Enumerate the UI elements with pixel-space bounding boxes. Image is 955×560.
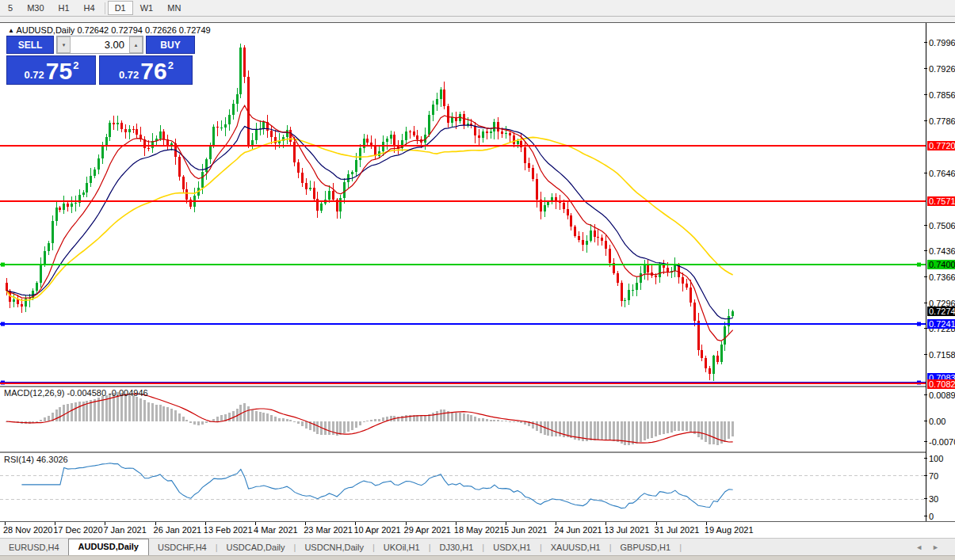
price-tick-label: 0.75060 [929, 221, 955, 230]
sell-price-pip-digit: 2 [73, 59, 78, 71]
rsi-tick-label: 0 [929, 512, 934, 521]
tab-scroll-left-icon[interactable]: ◄ [915, 543, 932, 551]
rsi-name: RSI(14) [4, 455, 34, 464]
tab-eurusd-h4[interactable]: EURUSD,H4 [0, 540, 68, 555]
level-price-label: 0.75716 [927, 196, 955, 206]
timeframe-5-button[interactable]: 5 [1, 1, 20, 15]
date-label: 26 Jan 2021 [154, 525, 202, 535]
date-label: 5 Jun 2021 [504, 525, 547, 535]
price-tick-label: 0.74360 [929, 246, 955, 256]
date-label: 19 Aug 2021 [705, 525, 754, 535]
buy-price-big-digits: 76 [140, 59, 166, 83]
tab-separator: | [679, 540, 682, 555]
timeframe-w1-button[interactable]: W1 [133, 1, 161, 15]
macd-name: MACD(12,26,9) [4, 388, 64, 398]
chart-title: ▲ AUDUSD,Daily 0.72642 0.72794 0.72626 0… [8, 25, 211, 35]
sell-price-big-digits: 75 [46, 59, 72, 83]
timeframe-toolbar: 5M30H1H4D1W1MN [0, 0, 955, 17]
macd-tick-label: 0.008904 [929, 390, 955, 400]
macd-tick-label: 0.00 [929, 417, 945, 426]
level-price-label: 0.72411 [927, 319, 955, 329]
tab-ukoil-h1[interactable]: UKOil,H1 [375, 540, 429, 555]
buy-price-display[interactable]: 0.72 76 2 [99, 55, 193, 85]
tab-usdchf-h4[interactable]: USDCHF,H4 [149, 540, 216, 555]
rsi-value: 46.3026 [36, 455, 68, 464]
price-tick-label: 0.71580 [929, 350, 955, 360]
one-click-trading-panel: SELL ▾ 3.00 ▴ BUY 0.72 75 2 0.72 76 2 [6, 36, 195, 85]
sell-button[interactable]: SELL [6, 36, 54, 54]
macd-tick-label: -0.00701 [929, 437, 955, 447]
timeframe-d1-button[interactable]: D1 [108, 1, 133, 15]
macd-label: MACD(12,26,9) -0.004580 -0.004946 [4, 388, 148, 398]
line-handle[interactable] [917, 322, 921, 326]
tab-xauusd-h1[interactable]: XAUUSD,H1 [542, 540, 609, 555]
line-handle[interactable] [1, 263, 5, 267]
line-handle[interactable] [917, 263, 921, 267]
buy-button[interactable]: BUY [146, 36, 195, 54]
date-axis[interactable]: 28 Nov 202017 Dec 20207 Jan 202126 Jan 2… [0, 521, 955, 538]
volume-spinner: ▾ 3.00 ▴ [56, 36, 143, 54]
level-price-label: 0.70820 [927, 379, 955, 389]
chart-ohlc-values: 0.72642 0.72794 0.72626 0.72749 [77, 25, 210, 35]
buy-price-pip-digit: 2 [168, 59, 174, 71]
status-bar [0, 555, 955, 560]
rsi-indicator-pane[interactable] [0, 453, 926, 522]
line-handle[interactable] [1, 322, 5, 326]
price-tick-label: 0.76460 [929, 169, 955, 178]
date-label: 7 Jan 2021 [103, 525, 146, 535]
date-label: 4 Mar 2021 [254, 525, 298, 535]
tab-scroll-right-icon[interactable]: ► [932, 543, 949, 551]
rsi-tick-label: 100 [929, 454, 943, 463]
chart-tabs-bar: EURUSD,H4AUDUSD,DailyUSDCHF,H4|USDCAD,Da… [0, 538, 955, 555]
volume-input[interactable]: 3.00 [71, 36, 129, 53]
date-label: 10 Apr 2021 [353, 525, 400, 535]
date-label: 28 Nov 2020 [3, 525, 52, 535]
timeframe-h4-button[interactable]: H4 [77, 1, 102, 15]
timeframe-mn-button[interactable]: MN [160, 1, 188, 15]
tab-gbpusd-h1[interactable]: GBPUSD,H1 [612, 540, 680, 555]
tab-usdcnh-daily[interactable]: USDCNH,Daily [296, 540, 372, 555]
toolbar-separator [105, 2, 105, 14]
buy-price-prefix: 0.72 [119, 69, 139, 81]
tab-audusd-daily[interactable]: AUDUSD,Daily [68, 539, 149, 555]
date-label: 24 Jun 2021 [554, 525, 602, 535]
tab-scroll-arrows: ◄► [915, 543, 949, 551]
timeframe-m30-button[interactable]: M30 [20, 1, 51, 15]
tab-dj30-h1[interactable]: DJ30,H1 [431, 540, 483, 555]
level-price-label: 0.77200 [927, 141, 955, 150]
chart-symbol-period: AUDUSD,Daily [16, 25, 74, 35]
price-tick-label: 0.73660 [929, 272, 955, 282]
price-axis[interactable]: 0.799600.792600.785600.778600.764600.750… [926, 23, 955, 522]
price-tick-label: 0.79260 [929, 64, 955, 74]
rsi-label: RSI(14) 46.3026 [4, 455, 68, 464]
rsi-tick-label: 70 [929, 471, 938, 481]
date-label: 29 Apr 2021 [404, 525, 451, 535]
level-price-label: 0.74007 [927, 260, 955, 269]
rsi-tick-label: 30 [929, 494, 938, 504]
volume-increase-button[interactable]: ▴ [129, 36, 143, 53]
timeframe-h1-button[interactable]: H1 [52, 1, 77, 15]
macd-values: -0.004580 -0.004946 [67, 388, 147, 398]
collapse-chart-icon[interactable]: ▲ [8, 27, 14, 34]
chevron-up-icon: ▴ [135, 42, 138, 48]
price-tick-label: 0.79960 [929, 38, 955, 48]
chart-window: 0.799600.792600.785600.778600.764600.750… [0, 22, 955, 521]
tab-usdx-h1[interactable]: USDX,H1 [484, 540, 540, 555]
tab-usdcad-daily[interactable]: USDCAD,Daily [218, 540, 294, 555]
sell-price-display[interactable]: 0.72 75 2 [6, 55, 96, 85]
price-tick-label: 0.78560 [929, 90, 955, 100]
date-label: 18 May 2021 [454, 525, 505, 535]
date-label: 13 Feb 2021 [204, 525, 253, 535]
date-label: 13 Jul 2021 [604, 525, 649, 535]
current-price-label: 0.72749 [927, 307, 955, 316]
chevron-down-icon: ▾ [63, 42, 66, 48]
sell-price-prefix: 0.72 [25, 69, 44, 81]
volume-decrease-button[interactable]: ▾ [57, 36, 71, 53]
date-label: 17 Dec 2020 [53, 525, 102, 535]
date-label: 23 Mar 2021 [304, 525, 353, 535]
price-tick-label: 0.77860 [929, 116, 955, 126]
mt4-window: 5M30H1H4D1W1MN 0.799600.792600.785600.77… [0, 0, 955, 560]
date-label: 31 Jul 2021 [655, 525, 700, 535]
